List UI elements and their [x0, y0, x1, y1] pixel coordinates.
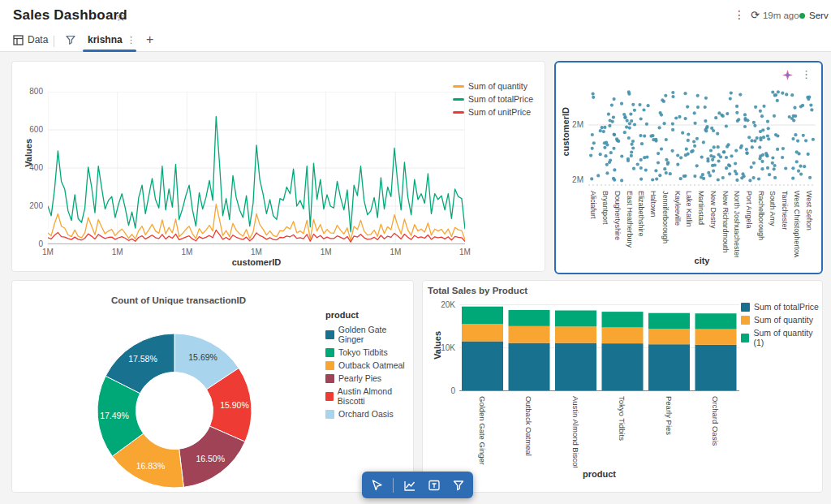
legend-label: Golden Gate Ginger — [338, 325, 413, 344]
bar-chart-plot — [459, 304, 739, 391]
axis-tick: 400 — [17, 163, 43, 172]
bar-segment[interactable] — [648, 344, 690, 391]
header-kebab-menu-icon[interactable]: ⋮ — [733, 8, 746, 21]
bar-label: Austin Almond Biscotti — [571, 396, 580, 467]
legend-label: Sum of totalPrice — [468, 94, 533, 104]
legend-item[interactable]: Austin Almond Biscotti — [325, 386, 413, 406]
favorite-star-icon[interactable]: ☆ — [115, 10, 126, 24]
legend-item[interactable]: Sum of quantity — [741, 315, 822, 325]
tab-bar: Data krishna ⋮ + — [0, 32, 831, 52]
text-tool-button[interactable] — [426, 476, 442, 494]
city-label: Martinstad — [697, 191, 705, 257]
bar-label: Outback Oatmeal — [524, 396, 533, 467]
bar-x-axis-label: product — [459, 469, 739, 479]
axis-tick: 800 — [17, 87, 43, 96]
legend-item[interactable]: Sum of quantity (1) — [741, 328, 822, 347]
legend-item[interactable]: Outback Oatmeal — [325, 360, 413, 370]
legend-item[interactable]: Tokyo Tidbits — [325, 347, 413, 357]
scatter-y-axis-label: customerID — [561, 107, 571, 157]
bar-segment[interactable] — [555, 326, 596, 342]
city-label: West Sefton — [805, 191, 813, 257]
table-icon — [13, 35, 24, 45]
city-label: Port Angela — [745, 191, 753, 257]
bar-segment[interactable] — [695, 330, 737, 345]
add-tab-button[interactable]: + — [146, 32, 153, 47]
cursor-tool-button[interactable] — [368, 476, 385, 494]
city-label: Bryantport — [601, 191, 609, 257]
axis-tick: 1M — [244, 248, 269, 256]
legend-label: Pearly Pies — [338, 373, 381, 383]
bar-segment[interactable] — [509, 326, 550, 343]
sparkle-icon[interactable] — [781, 69, 794, 84]
tab-data[interactable]: Data — [13, 34, 48, 45]
axis-tick: 200 — [17, 201, 43, 210]
bar-segment[interactable] — [695, 345, 737, 391]
city-label: East Heatherbury — [626, 191, 634, 257]
panel-scatter-chart[interactable]: ⋮ customerID 2M2M AliciafurtBryantportDo… — [554, 61, 823, 274]
bar-segment[interactable] — [462, 307, 503, 324]
axis-tick: 1M — [105, 248, 130, 256]
legend-item[interactable]: Pearly Pies — [325, 373, 413, 383]
funnel-icon — [65, 34, 76, 45]
donut-legend-title: product — [325, 310, 413, 320]
donut-title: Count of Unique transactionID — [28, 295, 329, 305]
legend-label: Sum of quantity — [754, 315, 813, 325]
city-label: New Destry — [709, 191, 717, 257]
tab-data-label: Data — [28, 34, 48, 45]
legend-swatch — [325, 330, 334, 339]
city-label: Doughertyshire — [614, 191, 622, 257]
bar-segment[interactable] — [462, 324, 503, 341]
donut-legend-items: Golden Gate GingerTokyo TidbitsOutback O… — [325, 325, 413, 419]
city-label: West Christophertown — [793, 191, 801, 257]
bar-segment[interactable] — [462, 342, 503, 392]
tab-divider — [54, 36, 54, 47]
city-label: Rachelborough — [757, 191, 765, 257]
legend-item[interactable]: Sum of totalPrice — [741, 302, 822, 312]
toolbar-divider — [393, 478, 394, 493]
donut-legend: product Golden Gate GingerTokyo TidbitsO… — [325, 310, 413, 422]
page-title: Sales Dashboard — [13, 7, 127, 24]
legend-label: Austin Almond Biscotti — [338, 386, 413, 406]
legend-item[interactable]: Orchard Oasis — [325, 409, 413, 419]
scatter-x-axis-label: city — [588, 256, 816, 265]
legend-swatch — [325, 392, 334, 401]
legend-item[interactable]: Sum of quantity — [453, 81, 533, 91]
city-label: Elizabethshire — [637, 191, 645, 257]
panel-bar-chart[interactable]: Total Sales by Product Sum of totalPrice… — [422, 280, 823, 493]
chart-tool-button[interactable] — [402, 476, 418, 494]
axis-tick: 600 — [17, 125, 43, 134]
bar-segment[interactable] — [555, 343, 596, 391]
legend-label: Tokyo Tidbits — [338, 347, 388, 357]
axis-tick: 0 — [434, 386, 455, 395]
bar-segment[interactable] — [695, 313, 737, 329]
axis-tick: 2M — [566, 175, 583, 184]
axis-tick: 1M — [174, 248, 199, 256]
bar-segment[interactable] — [555, 311, 596, 327]
panel-line-chart[interactable]: Sum of quantitySum of totalPriceSum of u… — [11, 61, 545, 272]
tab-krishna[interactable]: krishna — [88, 34, 123, 45]
bar-segment[interactable] — [602, 343, 644, 391]
scatter-kebab-menu-icon[interactable]: ⋮ — [801, 68, 812, 80]
legend-swatch — [325, 374, 334, 383]
refresh-icon[interactable]: ⟳ — [751, 9, 760, 21]
bar-segment[interactable] — [509, 310, 550, 326]
legend-swatch — [325, 348, 334, 357]
bar-segment[interactable] — [509, 343, 550, 391]
legend-swatch — [325, 410, 334, 419]
legend-swatch — [741, 303, 750, 312]
city-label: Kayleeville — [674, 191, 682, 257]
legend-swatch — [741, 334, 749, 342]
refresh-status[interactable]: ⟳19m ago — [751, 9, 799, 21]
tab-kebab-menu-icon[interactable]: ⋮ — [127, 35, 136, 45]
bar-segment[interactable] — [648, 329, 690, 344]
filter-tool-button[interactable] — [450, 476, 467, 494]
bar-segment[interactable] — [602, 312, 644, 327]
active-tab-underline — [83, 50, 136, 52]
bar-segment[interactable] — [648, 313, 690, 329]
bar-label: Golden Gate Ginger — [478, 396, 487, 467]
legend-item[interactable]: Golden Gate Ginger — [325, 325, 413, 344]
filter-icon[interactable] — [65, 34, 76, 45]
axis-tick: 10K — [434, 343, 455, 352]
bar-segment[interactable] — [602, 327, 644, 343]
panel-donut-chart[interactable]: Count of Unique transactionID 15.69%15.9… — [11, 280, 414, 493]
